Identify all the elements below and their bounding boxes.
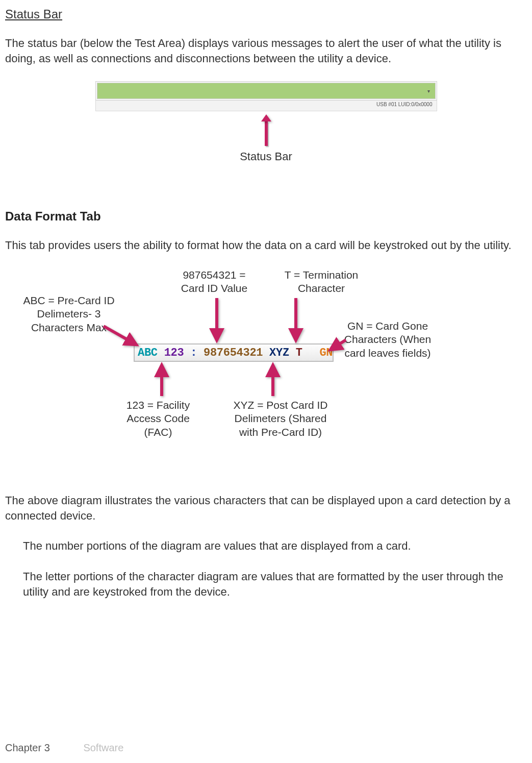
data-format-diagram: ABC = Pre-Card ID Delimeters- 3 Characte… <box>5 268 527 473</box>
callout-fac: 123 = Facility Access Code (FAC) <box>117 399 199 439</box>
seg-abc: ABC <box>138 347 158 359</box>
dropdown-caret-icon: ▾ <box>427 88 430 94</box>
format-sample-box: ABC 123 : 987654321 XYZ T GN <box>134 343 334 362</box>
status-bar-caption: Status Bar <box>240 150 292 163</box>
arrow-up-icon <box>261 114 271 121</box>
seg-colon: : <box>190 347 197 359</box>
status-bar-frame: ▾ <box>95 81 437 101</box>
data-format-heading: Data Format Tab <box>5 209 527 224</box>
callout-cid: 987654321 = Card ID Value <box>173 268 255 296</box>
status-bar-heading: Status Bar <box>5 7 527 21</box>
status-bar-figure: ▾ USB #01 LUID:0/0x0000 <box>95 81 437 111</box>
seg-term: T <box>296 347 302 359</box>
arrow-stem-icon <box>265 121 268 146</box>
data-format-intro: This tab provides users the ability to f… <box>5 238 527 253</box>
callout-xyz: XYZ = Post Card ID Delimeters (Shared wi… <box>232 399 329 439</box>
after-diagram-2: The number portions of the diagram are v… <box>5 538 527 554</box>
callout-abc: ABC = Pre-Card ID Delimeters- 3 Characte… <box>20 294 117 334</box>
page-footer: Chapter 3 Software <box>5 742 123 754</box>
seg-fac: 123 <box>164 347 184 359</box>
footer-section: Software <box>83 742 123 753</box>
status-bar-test-area: ▾ <box>97 83 436 99</box>
footer-chapter: Chapter 3 <box>5 742 50 753</box>
after-diagram-1: The above diagram illustrates the variou… <box>5 493 527 523</box>
after-diagram-3: The letter portions of the character dia… <box>5 569 527 599</box>
callout-term: T = Termination Character <box>275 268 367 296</box>
status-bar-intro: The status bar (below the Test Area) dis… <box>5 36 527 66</box>
status-bar-strip: USB #01 LUID:0/0x0000 <box>95 101 437 111</box>
seg-xyz: XYZ <box>269 347 289 359</box>
status-bar-pointer: Status Bar <box>5 114 527 163</box>
seg-gone: GN <box>319 347 333 359</box>
seg-cid: 987654321 <box>204 347 263 359</box>
callout-gone: GN = Card Gone Characters (When card lea… <box>342 319 434 360</box>
